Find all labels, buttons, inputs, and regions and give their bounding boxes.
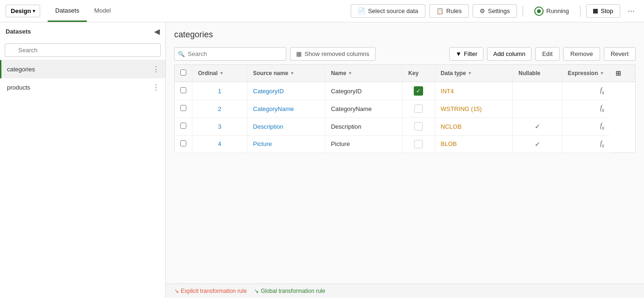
- row-ordinal[interactable]: 2: [192, 100, 248, 118]
- row-nullable: ✓: [513, 118, 562, 135]
- key-unchecked-box[interactable]: [414, 122, 423, 131]
- row-ordinal[interactable]: 3: [192, 118, 248, 135]
- row-key-cell: [403, 100, 435, 118]
- key-unchecked-box[interactable]: [414, 140, 423, 148]
- row-source-name[interactable]: CategoryID: [247, 82, 325, 100]
- design-button[interactable]: Design ▾: [6, 5, 40, 17]
- row-name: Picture: [325, 135, 403, 153]
- row-name: Description: [325, 118, 403, 135]
- divider2: [580, 6, 580, 17]
- row-nullable: ✓: [513, 135, 562, 153]
- explicit-transformation-link[interactable]: ↘ Explicit transformation rule: [174, 288, 247, 294]
- revert-button[interactable]: Revert: [604, 47, 636, 61]
- sidebar-search-wrap: 🔍: [5, 43, 161, 57]
- data-type-filter-icon[interactable]: ▼: [468, 71, 472, 76]
- content-search-icon: 🔍: [178, 51, 185, 57]
- th-nullable: Nullable: [513, 65, 562, 82]
- grid-layout-icon[interactable]: ⊞: [616, 69, 621, 77]
- row-source-name[interactable]: CategoryName: [247, 100, 325, 118]
- sidebar-title: Datasets: [6, 28, 31, 35]
- row-expression[interactable]: fx: [562, 118, 610, 135]
- rules-button[interactable]: 📋 Rules: [429, 4, 469, 18]
- sidebar-collapse-button[interactable]: ◀: [154, 27, 160, 36]
- row-nullable: [513, 82, 562, 100]
- source-name-filter-icon[interactable]: ▼: [290, 71, 294, 76]
- table-row: 4PicturePicture BLOB ✓ fx: [175, 135, 636, 153]
- row-expression[interactable]: fx: [562, 100, 610, 118]
- key-unchecked-box[interactable]: [414, 104, 423, 113]
- sidebar-item-categories[interactable]: categories ⋮: [0, 60, 165, 78]
- remove-button[interactable]: Remove: [563, 47, 600, 61]
- content-search-wrap: 🔍: [174, 47, 286, 61]
- stop-button[interactable]: Stop: [586, 4, 620, 18]
- more-button[interactable]: ···: [624, 4, 638, 18]
- row-name: CategoryName: [325, 100, 403, 118]
- table-icon: ▦: [296, 50, 302, 57]
- sidebar-header: Datasets ◀: [0, 22, 165, 41]
- name-filter-icon[interactable]: ▼: [348, 71, 352, 76]
- main-layout: Datasets ◀ 🔍 categories ⋮ products ⋮ cat…: [0, 22, 644, 298]
- select-all-checkbox[interactable]: [180, 69, 186, 76]
- fx-icon[interactable]: fx: [600, 104, 604, 111]
- sidebar-search-area: 🔍: [0, 41, 165, 60]
- table-container: Ordinal ▼ Source name ▼: [166, 64, 644, 284]
- row-ordinal[interactable]: 1: [192, 82, 248, 100]
- sidebar-item-categories-menu[interactable]: ⋮: [152, 65, 160, 74]
- th-name: Name ▼: [325, 65, 403, 82]
- row-checkbox[interactable]: [180, 140, 186, 146]
- row-data-type: INT4: [435, 82, 513, 100]
- footer-links: ↘ Explicit transformation rule ↘ Global …: [174, 288, 325, 294]
- tab-datasets[interactable]: Datasets: [48, 0, 86, 22]
- content-footer: ↘ Explicit transformation rule ↘ Global …: [166, 284, 644, 298]
- content-title: categories: [166, 22, 644, 43]
- nullable-checkmark-icon: ✓: [535, 140, 540, 148]
- show-removed-button[interactable]: ▦ Show removed columns: [290, 47, 375, 61]
- row-expression[interactable]: fx: [562, 82, 610, 100]
- th-key: Key: [403, 65, 435, 82]
- columns-table: Ordinal ▼ Source name ▼: [174, 64, 636, 153]
- sidebar-search-input[interactable]: [5, 43, 161, 57]
- gear-icon: ⚙: [480, 7, 485, 14]
- sidebar-item-label: categories: [7, 66, 35, 73]
- table-row: 3DescriptionDescription NCLOB ✓ fx: [175, 118, 636, 135]
- content-area: categories 🔍 ▦ Show removed columns ▼ Fi…: [166, 22, 644, 298]
- sidebar-item-label: products: [7, 84, 30, 91]
- row-checkbox[interactable]: [180, 123, 186, 129]
- row-checkbox[interactable]: [180, 87, 186, 93]
- explicit-arrow-icon: ↘: [174, 288, 179, 294]
- key-checked-icon[interactable]: ✓: [414, 86, 423, 96]
- sidebar-item-products-menu[interactable]: ⋮: [152, 83, 160, 92]
- add-column-button[interactable]: Add column: [487, 47, 531, 61]
- row-checkbox-cell: [175, 135, 192, 153]
- row-source-name[interactable]: Description: [247, 118, 325, 135]
- select-source-button[interactable]: 📄 Select source data: [351, 4, 425, 18]
- th-data-type: Data type ▼: [435, 65, 513, 82]
- global-transformation-link[interactable]: ↘ Global transformation rule: [254, 288, 325, 294]
- global-arrow-icon: ↘: [254, 288, 259, 294]
- design-label: Design: [11, 7, 31, 14]
- fx-icon[interactable]: fx: [600, 87, 604, 94]
- edit-button[interactable]: Edit: [535, 47, 559, 61]
- row-data-type: BLOB: [435, 135, 513, 153]
- row-source-name[interactable]: Picture: [247, 135, 325, 153]
- sidebar: Datasets ◀ 🔍 categories ⋮ products ⋮: [0, 22, 166, 298]
- expression-filter-icon[interactable]: ▼: [600, 71, 604, 76]
- row-checkbox[interactable]: [180, 105, 186, 111]
- th-expression: Expression ▼: [562, 65, 610, 82]
- table-row: 1CategoryIDCategoryID ✓ INT4 fx: [175, 82, 636, 100]
- settings-button[interactable]: ⚙ Settings: [473, 4, 517, 18]
- filter-icon: ▼: [455, 50, 461, 57]
- row-ordinal[interactable]: 4: [192, 135, 248, 153]
- design-chevron-icon: ▾: [33, 8, 35, 14]
- fx-icon[interactable]: fx: [600, 140, 604, 147]
- fx-icon[interactable]: fx: [600, 122, 604, 129]
- row-key-cell: [403, 135, 435, 153]
- filter-button[interactable]: ▼ Filter: [449, 47, 483, 61]
- row-expression[interactable]: fx: [562, 135, 610, 153]
- ordinal-filter-icon[interactable]: ▼: [219, 71, 224, 76]
- sidebar-item-products[interactable]: products ⋮: [0, 78, 165, 97]
- tab-model[interactable]: Model: [87, 0, 118, 22]
- content-toolbar: 🔍 ▦ Show removed columns ▼ Filter Add co…: [166, 43, 644, 64]
- th-ordinal: Ordinal ▼: [192, 65, 248, 82]
- content-search-input[interactable]: [174, 47, 286, 61]
